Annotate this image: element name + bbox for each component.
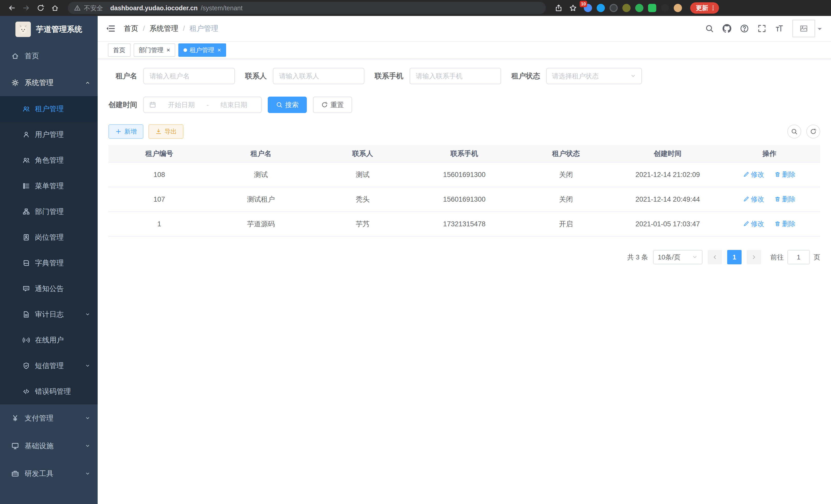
browser-home-button[interactable]: [48, 1, 62, 14]
sidebar-item-error-code[interactable]: 错误码管理: [0, 379, 98, 404]
create-time-label: 创建时间: [109, 100, 143, 110]
breadcrumb-system[interactable]: 系统管理: [149, 24, 178, 33]
sidebar-item-tenant[interactable]: 租户管理: [0, 96, 98, 122]
browser-forward-button[interactable]: [20, 1, 33, 14]
sidebar-item-label: 租户管理: [35, 104, 64, 114]
breadcrumb-home[interactable]: 首页: [124, 24, 138, 33]
sidebar-item-notice[interactable]: 通知公告: [0, 276, 98, 302]
tenant-name-input[interactable]: [143, 68, 235, 84]
cell-created: 2021-12-14 20:49:44: [617, 187, 719, 212]
extension-icon-2[interactable]: [597, 4, 605, 12]
column-header[interactable]: 操作: [718, 145, 820, 162]
tab-dept[interactable]: 部门管理 ×: [134, 43, 175, 57]
tab-close-icon[interactable]: ×: [218, 47, 221, 53]
edit-link-label: 修改: [751, 219, 764, 228]
help-icon[interactable]: [740, 24, 749, 33]
refresh-table-button[interactable]: [806, 125, 820, 139]
cell-created: 2021-12-14 21:02:09: [617, 162, 719, 187]
bookmark-star-button[interactable]: [566, 1, 580, 14]
search-icon[interactable]: [705, 24, 714, 33]
next-page-button[interactable]: [747, 250, 761, 264]
chrome-update-button[interactable]: 更新: [690, 2, 719, 13]
sidebar-item-audit-log[interactable]: 审计日志: [0, 302, 98, 327]
delete-link[interactable]: 删除: [774, 195, 796, 204]
extension-icon-6[interactable]: [648, 4, 656, 12]
delete-link-label: 删除: [782, 170, 796, 179]
chevron-down-icon: [85, 312, 90, 317]
browser-reload-button[interactable]: [34, 1, 47, 14]
extension-icon-3[interactable]: [609, 4, 618, 12]
column-header[interactable]: 联系人: [312, 145, 413, 162]
date-separator: -: [207, 101, 209, 109]
sidebar-item-system[interactable]: 系统管理: [0, 69, 98, 96]
sidebar-item-label: 系统管理: [25, 78, 53, 88]
browser-back-button[interactable]: [5, 1, 19, 14]
tabs-bar: 首页 部门管理 × 租户管理 ×: [98, 41, 831, 59]
delete-link[interactable]: 删除: [774, 219, 796, 228]
code-icon: [23, 388, 30, 395]
sidebar-item-post[interactable]: 岗位管理: [0, 225, 98, 250]
status-select[interactable]: 请选择租户状态: [546, 68, 642, 84]
id-badge-icon: [23, 234, 30, 241]
share-button[interactable]: [552, 1, 565, 14]
logo[interactable]: 芋道管理系统: [0, 16, 98, 42]
page-size-select[interactable]: 10条/页: [653, 250, 703, 264]
goto-page-input[interactable]: [787, 250, 810, 264]
column-header[interactable]: 创建时间: [617, 145, 719, 162]
sidebar-item-role[interactable]: 角色管理: [0, 147, 98, 173]
column-header[interactable]: 租户状态: [515, 145, 617, 162]
contact-input[interactable]: [273, 68, 364, 84]
column-header[interactable]: 租户编号: [109, 145, 210, 162]
prev-page-button[interactable]: [708, 250, 722, 264]
delete-link-label: 删除: [782, 195, 796, 204]
phone-input[interactable]: [409, 68, 501, 84]
sidebar-item-dept[interactable]: 部门管理: [0, 199, 98, 225]
edit-link[interactable]: 修改: [743, 195, 764, 204]
address-bar[interactable]: 不安全 dashboard.yudao.iocoder.cn /system/t…: [68, 2, 546, 14]
chevron-up-icon: [85, 80, 90, 86]
column-header[interactable]: 联系手机: [413, 145, 515, 162]
filter-contact: 联系人: [245, 68, 364, 84]
tab-tenant[interactable]: 租户管理 ×: [178, 43, 226, 57]
chevron-left-icon: [712, 254, 718, 260]
sidebar-item-home[interactable]: 首页: [0, 42, 98, 69]
add-button[interactable]: 新增: [109, 124, 143, 139]
fullscreen-icon[interactable]: [757, 24, 766, 33]
show-search-button[interactable]: [787, 125, 801, 139]
table-header-row: 租户编号 租户名 联系人 联系手机 租户状态 创建时间 操作: [109, 145, 820, 162]
plus-icon: [115, 128, 122, 135]
sidebar-item-menu[interactable]: 菜单管理: [0, 173, 98, 199]
search-button[interactable]: 搜索: [268, 97, 307, 113]
extension-icon-7[interactable]: [661, 4, 669, 12]
edit-link[interactable]: 修改: [743, 170, 764, 179]
date-start-placeholder: 开始日期: [159, 100, 203, 110]
sidebar-item-label: 短信管理: [35, 361, 64, 371]
github-icon[interactable]: [722, 24, 731, 33]
column-header[interactable]: 租户名: [210, 145, 312, 162]
sidebar-item-dict[interactable]: 字典管理: [0, 250, 98, 276]
extension-icon-5[interactable]: [635, 4, 643, 12]
extension-icon-1[interactable]: 10: [584, 4, 592, 12]
date-range-picker[interactable]: 开始日期 - 结束日期: [143, 97, 262, 113]
search-icon: [791, 128, 798, 135]
yen-icon: [11, 414, 19, 422]
extension-icon-4[interactable]: [622, 4, 631, 12]
toolbox-icon: [11, 470, 19, 478]
menu-fold-icon[interactable]: [105, 23, 116, 34]
reset-button[interactable]: 重置: [313, 97, 352, 113]
extension-icon-8[interactable]: [674, 4, 682, 12]
sidebar-item-payment[interactable]: 支付管理: [0, 404, 98, 432]
delete-link[interactable]: 删除: [774, 170, 796, 179]
sidebar-item-infrastructure[interactable]: 基础设施: [0, 432, 98, 460]
sidebar-item-dev-tools[interactable]: 研发工具: [0, 460, 98, 487]
sidebar-item-user[interactable]: 用户管理: [0, 122, 98, 147]
tab-close-icon[interactable]: ×: [167, 47, 170, 53]
sidebar-item-online-users[interactable]: 在线用户: [0, 327, 98, 353]
sidebar-item-sms[interactable]: 短信管理: [0, 353, 98, 379]
tab-home[interactable]: 首页: [108, 43, 131, 57]
export-button[interactable]: 导出: [148, 124, 183, 139]
edit-link[interactable]: 修改: [743, 219, 764, 228]
page-number-button[interactable]: 1: [727, 250, 742, 264]
font-size-icon[interactable]: [775, 24, 784, 33]
user-avatar-menu[interactable]: [793, 20, 822, 37]
